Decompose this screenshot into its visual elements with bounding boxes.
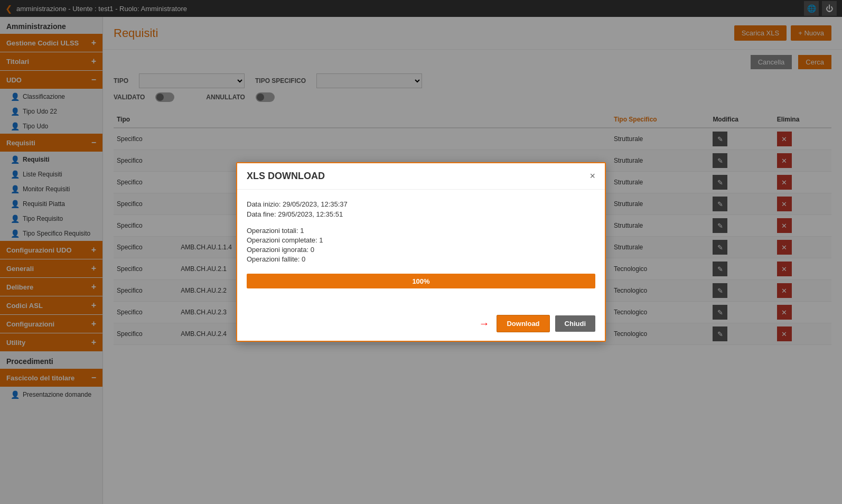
- modal-body: Data inizio: 29/05/2023, 12:35:37 Data f…: [237, 190, 605, 310]
- data-inizio: Data inizio: 29/05/2023, 12:35:37: [247, 200, 595, 208]
- op-totali: Operazioni totali: 1: [247, 227, 595, 235]
- arrow-indicator: →: [479, 318, 489, 330]
- modal-header: XLS DOWNLOAD ×: [237, 163, 605, 190]
- progress-bar-fill: 100%: [247, 274, 595, 288]
- modal-footer: → Download Chiudi: [237, 310, 605, 341]
- op-fallite: Operazioni fallite: 0: [247, 255, 595, 263]
- modal-overlay: XLS DOWNLOAD × Data inizio: 29/05/2023, …: [0, 0, 842, 504]
- op-ignorate: Operazioni ignorata: 0: [247, 246, 595, 254]
- chiudi-button[interactable]: Chiudi: [555, 315, 595, 332]
- modal-dates: Data inizio: 29/05/2023, 12:35:37 Data f…: [247, 200, 595, 218]
- modal-title: XLS DOWNLOAD: [247, 171, 325, 182]
- modal-stats: Operazioni totali: 1 Operazioni completa…: [247, 227, 595, 263]
- data-fine: Data fine: 29/05/2023, 12:35:51: [247, 210, 595, 218]
- xls-download-modal: XLS DOWNLOAD × Data inizio: 29/05/2023, …: [236, 162, 606, 342]
- modal-close-button[interactable]: ×: [590, 171, 595, 182]
- download-button[interactable]: Download: [497, 315, 549, 332]
- progress-label: 100%: [412, 277, 429, 285]
- progress-bar-container: 100%: [247, 274, 595, 288]
- op-completate: Operazioni completate: 1: [247, 236, 595, 244]
